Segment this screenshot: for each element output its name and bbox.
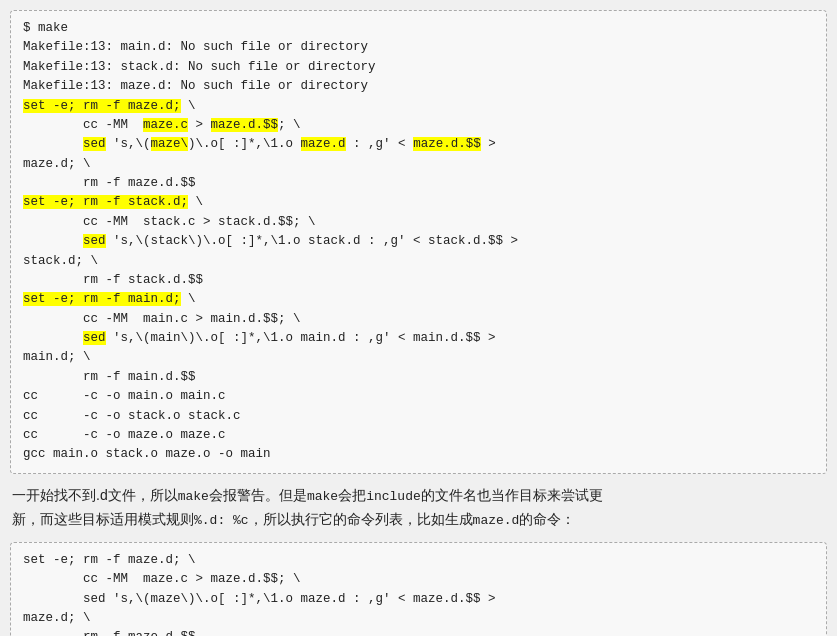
middle-text-content: 一开始找不到.d文件，所以make会报警告。但是make会把include的文件… [12,487,603,527]
line-main-sed: sed 's,\(main\)\.o[ :]*,\1.o main.d : ,g… [23,331,496,345]
line-stack-rm: rm -f stack.d.$$ [23,273,203,287]
inline-code-include: include [366,489,421,504]
line-maze-rm: rm -f maze.d.$$ [23,176,196,190]
line-gcc: gcc main.o stack.o maze.o -o main [23,447,271,461]
line-maze-set: set -e; rm -f maze.d; \ [23,99,196,113]
highlight-sed-2: sed [83,234,106,248]
line-stack-cc: cc -MM stack.c > stack.d.$$; \ [23,215,316,229]
line-stack-sed: sed 's,\(stack\)\.o[ :]*,\1.o stack.d : … [23,234,518,248]
highlight-sed-3: sed [83,331,106,345]
line-err2: Makefile:13: stack.d: No such file or di… [23,60,376,74]
line-cc-stack: cc -c -o stack.o stack.c [23,409,241,423]
line2-set: set -e; rm -f maze.d; \ [23,553,196,567]
highlight-maze-set: set -e; rm -f maze.d; [23,99,181,113]
inline-code-mazed: maze.d [473,513,520,528]
highlight-maze-c: maze.c [143,118,188,132]
line-err3: Makefile:13: maze.d: No such file or dir… [23,79,368,93]
line-make: $ make [23,21,68,35]
line-main-rm: rm -f main.d.$$ [23,370,196,384]
code-block-1: $ make Makefile:13: main.d: No such file… [10,10,827,474]
line-err1: Makefile:13: main.d: No such file or dir… [23,40,368,54]
line-cc-main: cc -c -o main.o main.c [23,389,226,403]
line2-mazed: maze.d; \ [23,611,91,625]
code-block-2: set -e; rm -f maze.d; \ cc -MM maze.c > … [10,542,827,636]
highlight-main-set: set -e; rm -f main.d; [23,292,181,306]
line-maze-d-end: maze.d; \ [23,157,91,171]
middle-text: 一开始找不到.d文件，所以make会报警告。但是make会把include的文件… [10,484,827,532]
line2-sed: sed 's,\(maze\)\.o[ :]*,\1.o maze.d : ,g… [23,592,496,606]
line-stack-d-end: stack.d; \ [23,254,98,268]
inline-code-make: make [178,489,209,504]
highlight-maze-d: maze.d [301,137,346,151]
line-stack-set: set -e; rm -f stack.d; \ [23,195,203,209]
main-content: $ make Makefile:13: main.d: No such file… [10,10,827,636]
line-main-cc: cc -MM main.c > main.d.$$; \ [23,312,301,326]
line2-rm: rm -f maze.d.$$ [23,630,196,636]
line2-cc: cc -MM maze.c > maze.d.$$; \ [23,572,301,586]
inline-code-pattern: %.d: %c [194,513,249,528]
highlight-sed-1: sed [83,137,106,151]
inline-code-make2: make [307,489,338,504]
highlight-maze-d-dollar: maze.d.$$ [211,118,279,132]
line-cc-maze: cc -c -o maze.o maze.c [23,428,226,442]
highlight-stack-set: set -e; rm -f stack.d; [23,195,188,209]
line-maze-sed: sed 's,\(maze\)\.o[ :]*,\1.o maze.d : ,g… [23,137,496,151]
line-main-d-end: main.d; \ [23,350,91,364]
line-main-set: set -e; rm -f main.d; \ [23,292,196,306]
line-maze-cc: cc -MM maze.c > maze.d.$$; \ [23,118,301,132]
highlight-maze-d-dollar2: maze.d.$$ [413,137,481,151]
highlight-maze-paren: maze\ [151,137,189,151]
